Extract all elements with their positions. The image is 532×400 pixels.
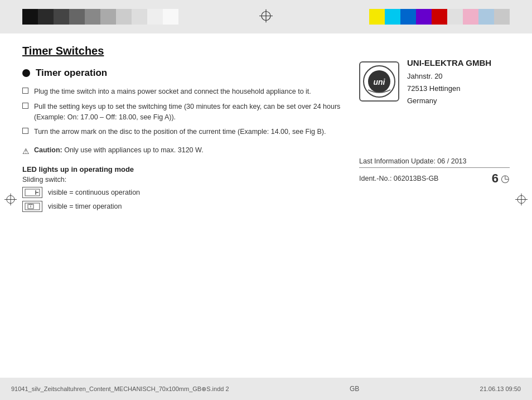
instruction-text: Pull the setting keys up to set the swit… bbox=[34, 102, 342, 123]
list-item: Plug the time switch into a mains power … bbox=[22, 86, 342, 97]
svg-text:uni: uni bbox=[374, 78, 386, 86]
checkbox-icon bbox=[22, 88, 28, 94]
footer-left: 91041_silv_Zeitschaltuhren_Content_MECHA… bbox=[11, 385, 229, 393]
info-section: Last Information Update: 06 / 2013 Ident… bbox=[359, 152, 510, 186]
swatches-left bbox=[22, 9, 178, 25]
left-column: Timer Switches Timer operation Plug the … bbox=[22, 45, 354, 372]
led-title: LED lights up in operating mode bbox=[22, 165, 342, 174]
swatch bbox=[416, 9, 432, 25]
left-crosshair bbox=[4, 193, 17, 207]
swatch bbox=[54, 9, 69, 25]
swatch bbox=[69, 9, 85, 25]
section-heading-text: Timer operation bbox=[36, 68, 107, 79]
continuous-switch-icon bbox=[22, 187, 42, 198]
company-country: Germany bbox=[407, 95, 491, 107]
caution-label: Caution: bbox=[34, 146, 62, 154]
page-number-area: 6 ◷ bbox=[492, 171, 510, 186]
swatch bbox=[400, 9, 416, 25]
page-title: Timer Switches bbox=[22, 45, 342, 57]
bullet-dot bbox=[22, 69, 30, 77]
swatch bbox=[163, 9, 178, 25]
ident-no: Ident.-No.: 062013BS-GB bbox=[359, 175, 438, 182]
swatch bbox=[478, 9, 494, 25]
instruction-list: Plug the time switch into a mains power … bbox=[22, 86, 342, 137]
page-number: 6 bbox=[492, 171, 499, 186]
swatch bbox=[432, 9, 447, 25]
swatch bbox=[385, 9, 400, 25]
swatch bbox=[116, 9, 132, 25]
swatch bbox=[132, 9, 147, 25]
ident-row: Ident.-No.: 062013BS-GB 6 ◷ bbox=[359, 171, 510, 186]
timer-label: visible = timer operation bbox=[48, 203, 122, 210]
footer-center: GB bbox=[350, 385, 359, 393]
list-item: Pull the setting keys up to set the swit… bbox=[22, 102, 342, 123]
led-section: LED lights up in operating mode Sliding … bbox=[22, 165, 342, 212]
company-city: 72513 Hettingen bbox=[407, 83, 491, 95]
checkbox-icon bbox=[22, 128, 28, 134]
page-corner-icon: ◷ bbox=[501, 172, 510, 185]
caution-text: Caution: Only use with appliances up to … bbox=[34, 145, 204, 156]
main-content: Timer Switches Timer operation Plug the … bbox=[0, 33, 532, 378]
company-info: UNI-ELEKTRA GMBH Jahnstr. 20 72513 Hetti… bbox=[407, 56, 491, 107]
caution-item: ⚠ Caution: Only use with appliances up t… bbox=[22, 145, 342, 157]
swatch bbox=[22, 9, 38, 25]
top-bar bbox=[0, 0, 532, 33]
list-item: Turn the arrow mark on the disc to the p… bbox=[22, 127, 342, 137]
right-crosshair bbox=[515, 193, 528, 207]
continuous-label: visible = continuous operation bbox=[48, 189, 140, 196]
swatch bbox=[85, 9, 100, 25]
swatch bbox=[447, 9, 463, 25]
instruction-text: Turn the arrow mark on the disc to the p… bbox=[34, 127, 326, 137]
right-column: uni UNI-ELEKTRA GMBH Jahnstr. 20 72513 H… bbox=[354, 45, 510, 372]
footer-right: 21.06.13 09:50 bbox=[480, 385, 521, 392]
switch-item-timer: visible = timer operation bbox=[22, 201, 342, 212]
company-street: Jahnstr. 20 bbox=[407, 70, 491, 83]
switch-item-continuous: visible = continuous operation bbox=[22, 187, 342, 198]
last-update: Last Information Update: 06 / 2013 bbox=[359, 157, 510, 168]
checkbox-icon bbox=[22, 103, 28, 109]
warning-icon: ⚠ bbox=[22, 146, 30, 157]
bottom-bar: 91041_silv_Zeitschaltuhren_Content_MECHA… bbox=[0, 378, 532, 400]
company-box: uni UNI-ELEKTRA GMBH Jahnstr. 20 72513 H… bbox=[359, 56, 491, 107]
swatch bbox=[369, 9, 385, 25]
sliding-label: Sliding switch: bbox=[22, 176, 342, 184]
instruction-text: Plug the time switch into a mains power … bbox=[34, 86, 311, 97]
crosshair-center bbox=[259, 9, 273, 25]
swatch bbox=[100, 9, 116, 25]
timer-switch-icon bbox=[22, 201, 42, 212]
swatch bbox=[463, 9, 478, 25]
swatch bbox=[38, 9, 54, 25]
swatches-right bbox=[369, 9, 510, 25]
swatch bbox=[494, 9, 510, 25]
swatch bbox=[147, 9, 163, 25]
company-name: UNI-ELEKTRA GMBH bbox=[407, 56, 491, 70]
company-logo: uni bbox=[359, 61, 399, 102]
section-heading: Timer operation bbox=[22, 68, 342, 79]
